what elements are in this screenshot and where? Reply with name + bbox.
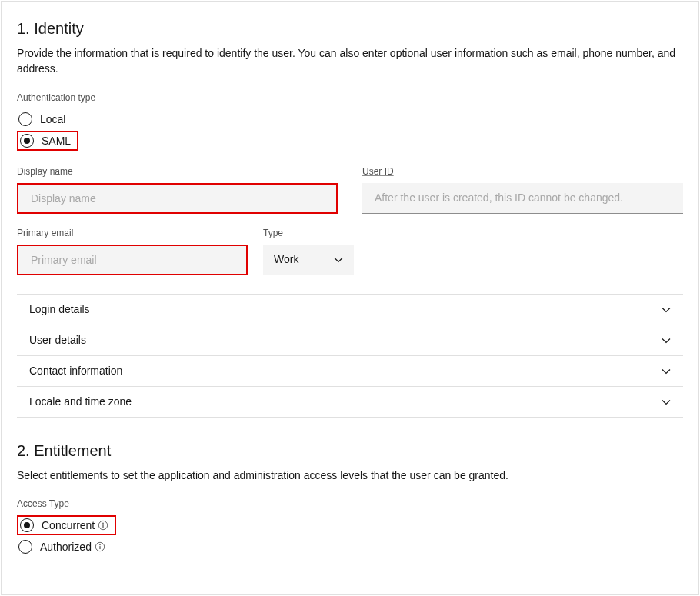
chevron-down-icon [662, 303, 671, 315]
radio-label-concurrent: Concurrent [42, 519, 95, 531]
info-icon[interactable] [98, 520, 108, 531]
primary-email-label: Primary email [17, 228, 248, 238]
name-userid-row: Display name User ID [17, 166, 683, 214]
user-id-col: User ID [362, 166, 683, 214]
access-type-label: Access Type [17, 498, 683, 509]
accordion-login-details[interactable]: Login details [17, 295, 683, 325]
identity-title: 1. Identity [17, 20, 683, 38]
display-name-input[interactable] [17, 183, 338, 214]
accordion-contact-info[interactable]: Contact information [17, 356, 683, 387]
access-radio-concurrent[interactable]: Concurrent [17, 515, 116, 535]
form-panel: 1. Identity Provide the information that… [1, 1, 699, 595]
accordion-label: Contact information [29, 365, 122, 377]
email-row: Primary email Type Work [17, 228, 683, 275]
email-type-label: Type [263, 228, 354, 238]
email-type-col: Type Work [263, 228, 354, 275]
entitlement-title: 2. Entitlement [17, 442, 683, 460]
chevron-down-icon [662, 334, 671, 346]
radio-icon [18, 540, 32, 554]
svg-point-4 [99, 544, 101, 545]
primary-email-input[interactable] [17, 245, 248, 275]
svg-point-1 [102, 522, 104, 524]
accordion-locale-tz[interactable]: Locale and time zone [17, 387, 683, 418]
radio-label-local: Local [40, 113, 65, 125]
email-type-select[interactable]: Work [263, 245, 354, 275]
identity-description: Provide the information that is required… [17, 45, 683, 77]
user-id-label: User ID [362, 166, 683, 177]
display-name-col: Display name [17, 166, 338, 214]
chevron-down-icon [662, 395, 671, 408]
chevron-down-icon [662, 365, 671, 377]
radio-icon [20, 134, 34, 148]
info-icon[interactable] [95, 541, 105, 552]
access-type-group: Concurrent Authorized [17, 515, 683, 557]
user-id-input[interactable] [362, 183, 683, 214]
access-radio-authorized[interactable]: Authorized [17, 537, 683, 557]
accordion-label: User details [29, 334, 86, 346]
svg-rect-2 [103, 524, 104, 528]
auth-radio-saml[interactable]: SAML [17, 131, 78, 151]
radio-icon [20, 518, 34, 532]
accordion-user-details[interactable]: User details [17, 325, 683, 356]
auth-radio-local[interactable]: Local [17, 109, 683, 129]
auth-type-group: Local SAML [17, 109, 683, 152]
radio-label-saml: SAML [42, 135, 71, 147]
entitlement-description: Select entitlements to set the applicati… [17, 468, 683, 483]
radio-icon [18, 112, 32, 126]
chevron-down-icon [334, 253, 343, 265]
svg-rect-5 [99, 546, 100, 549]
radio-label-authorized: Authorized [40, 541, 92, 553]
primary-email-col: Primary email [17, 228, 248, 275]
accordion-label: Login details [29, 303, 90, 315]
email-type-value: Work [274, 253, 298, 265]
accordion-label: Locale and time zone [29, 395, 132, 408]
display-name-label: Display name [17, 166, 338, 177]
identity-accordion: Login details User details Contact infor… [17, 294, 683, 418]
entitlement-section: 2. Entitlement Select entitlements to se… [17, 442, 683, 557]
auth-type-label: Authentication type [17, 92, 683, 103]
